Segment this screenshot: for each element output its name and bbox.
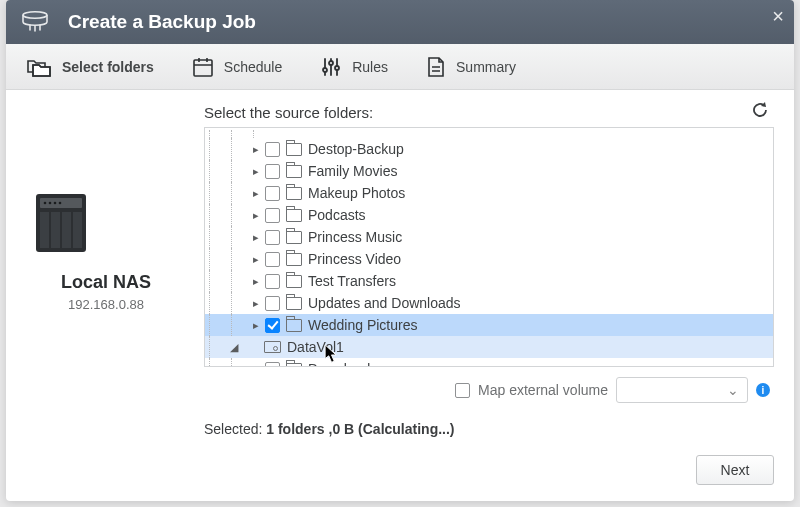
folder-checkbox[interactable] [265,208,280,223]
folder-checkbox[interactable] [265,274,280,289]
svg-rect-14 [73,212,82,248]
expander-icon[interactable]: ▸ [249,187,263,200]
folder-checkbox[interactable] [265,230,280,245]
svg-point-8 [49,202,52,205]
folder-icon [286,363,302,367]
svg-rect-11 [40,212,49,248]
expander-icon[interactable]: ◢ [227,341,241,354]
svg-point-9 [54,202,57,205]
folder-checkbox[interactable] [265,362,280,367]
svg-point-10 [59,202,62,205]
tree-item-label: Podcasts [308,207,366,223]
step-summary[interactable]: Summary [426,56,516,78]
tree-row[interactable]: ▸Princess Video [205,248,773,270]
sliders-icon [320,56,342,78]
step-label: Schedule [224,59,282,75]
tree-item-label: Family Movies [308,163,397,179]
info-icon[interactable]: i [756,383,770,397]
next-button[interactable]: Next [696,455,774,485]
tree-row[interactable]: ▸Test Transfers [205,270,773,292]
folder-icon [286,253,302,266]
calendar-icon [192,56,214,78]
folders-icon [26,56,52,78]
folder-icon [286,209,302,222]
expander-icon[interactable]: ▸ [249,363,263,367]
folder-checkbox[interactable] [265,318,280,333]
step-select-folders[interactable]: Select folders [26,56,154,78]
folder-icon [286,319,302,332]
map-external-volume-label: Map external volume [478,382,608,398]
svg-point-0 [23,11,47,17]
tree-row[interactable]: ▸Updates and Downloads [205,292,773,314]
svg-point-3 [329,61,333,65]
tree-row[interactable]: ▸Wedding Pictures [205,314,773,336]
folder-tree-scroll[interactable]: ▸Destop-Backup▸Family Movies▸Makeup Phot… [205,128,773,366]
folder-icon [286,297,302,310]
expander-icon[interactable]: ▸ [249,253,263,266]
folder-checkbox[interactable] [265,142,280,157]
expander-icon[interactable]: ▸ [249,275,263,288]
tree-item-label: Princess Video [308,251,401,267]
chevron-down-icon: ⌄ [727,382,739,398]
tree-item-label: Updates and Downloads [308,295,461,311]
nas-device-icon [26,188,186,258]
folder-checkbox[interactable] [265,186,280,201]
step-label: Summary [456,59,516,75]
map-external-volume-checkbox[interactable] [455,383,470,398]
backup-icon [20,10,50,35]
tree-item-label: Princess Music [308,229,402,245]
expander-icon[interactable]: ▸ [249,319,263,332]
step-schedule[interactable]: Schedule [192,56,282,78]
expander-icon[interactable]: ▸ [249,209,263,222]
tree-row[interactable]: ▸Podcasts [205,204,773,226]
folder-icon [286,143,302,156]
document-icon [426,56,446,78]
refresh-icon[interactable] [750,100,770,123]
tree-row[interactable]: ▸Makeup Photos [205,182,773,204]
tree-row[interactable]: ▸Download [205,358,773,366]
folder-icon [286,187,302,200]
tree-item-label: Wedding Pictures [308,317,417,333]
dialog-header: Create a Backup Job × [6,0,794,44]
device-ip: 192.168.0.88 [26,297,186,312]
step-label: Select folders [62,59,154,75]
expander-icon[interactable]: ▸ [249,165,263,178]
folder-checkbox[interactable] [265,164,280,179]
tree-row[interactable]: ▸Princess Music [205,226,773,248]
svg-point-2 [323,68,327,72]
backup-job-dialog: Create a Backup Job × Select folders Sch… [6,0,794,501]
folder-icon [286,275,302,288]
selection-status: Selected: 1 folders ,0 B (Calculating...… [204,421,774,437]
source-device-panel: Local NAS 192.168.0.88 [26,104,186,441]
map-external-volume-select[interactable]: ⌄ [616,377,748,403]
drive-icon [264,341,281,353]
folder-tree: ▸Destop-Backup▸Family Movies▸Makeup Phot… [204,127,774,367]
svg-rect-1 [194,60,212,76]
step-label: Rules [352,59,388,75]
tree-item-label: Makeup Photos [308,185,405,201]
svg-point-4 [335,66,339,70]
dialog-title: Create a Backup Job [68,11,256,33]
folder-checkbox[interactable] [265,252,280,267]
folder-icon [286,231,302,244]
tree-item-label: Test Transfers [308,273,396,289]
expander-icon[interactable]: ▸ [249,231,263,244]
expander-icon[interactable]: ▸ [249,143,263,156]
svg-point-7 [44,202,47,205]
folder-checkbox[interactable] [265,296,280,311]
tree-item-label: Download [308,361,370,366]
expander-icon[interactable]: ▸ [249,297,263,310]
dialog-footer: Next [6,441,794,501]
tree-row[interactable]: ▸Family Movies [205,160,773,182]
source-folders-label: Select the source folders: [204,104,774,121]
tree-item-label: Destop-Backup [308,141,404,157]
close-icon[interactable]: × [772,6,784,26]
folder-icon [286,165,302,178]
tree-row[interactable]: ◢DataVol1 [205,336,773,358]
tree-row[interactable]: ▸Destop-Backup [205,138,773,160]
wizard-steps: Select folders Schedule Rules Summary [6,44,794,90]
svg-rect-12 [51,212,60,248]
step-rules[interactable]: Rules [320,56,388,78]
svg-rect-13 [62,212,71,248]
device-name: Local NAS [26,272,186,293]
